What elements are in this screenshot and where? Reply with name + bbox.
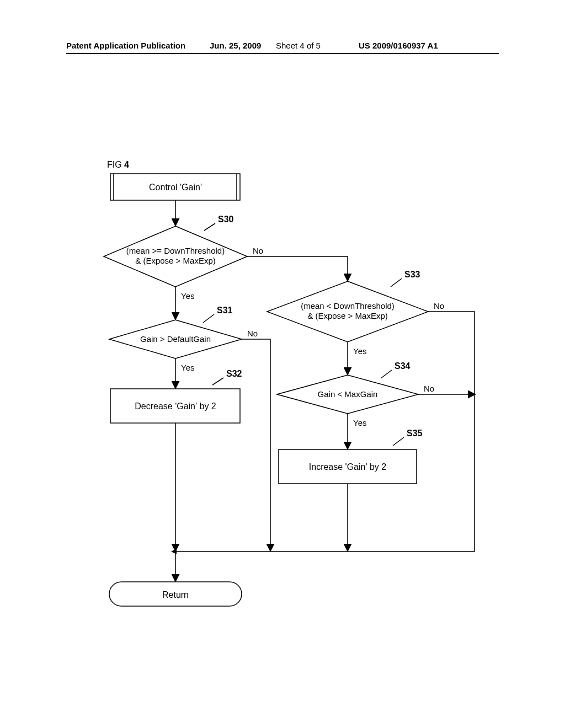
process-s35: Increase 'Gain' by 2 — [279, 449, 417, 484]
s31-no: No — [247, 329, 258, 338]
node-start: Control 'Gain' — [110, 174, 240, 200]
start-text: Control 'Gain' — [149, 183, 202, 192]
svg-line-5 — [204, 223, 215, 231]
s33-label: S33 — [404, 270, 420, 279]
decision-s33: (mean < DownThreshold) & (Expose > MaxEx… — [267, 281, 428, 342]
flowchart: Control 'Gain' (mean >= DownThreshold) &… — [99, 171, 486, 629]
s33-yes: Yes — [353, 346, 366, 356]
header-rule — [66, 53, 499, 54]
header-publication: Patent Application Publication — [66, 41, 185, 50]
s35-text: Increase 'Gain' by 2 — [309, 462, 387, 472]
s34-no: No — [424, 384, 434, 393]
s33-line1: (mean < DownThreshold) — [301, 301, 395, 311]
s32-text: Decrease 'Gain' by 2 — [135, 402, 216, 411]
s30-yes: Yes — [181, 291, 194, 301]
s31-label: S31 — [217, 306, 233, 315]
svg-line-8 — [203, 314, 214, 323]
s31-text: Gain > DefaultGain — [140, 334, 211, 344]
s30-line1: (mean >= DownThreshold) — [126, 246, 225, 255]
s34-yes: Yes — [353, 418, 366, 427]
page: Patent Application Publication Jun. 25, … — [0, 0, 565, 728]
decision-s34: Gain < MaxGain — [277, 375, 418, 414]
decision-s30: (mean >= DownThreshold) & (Expose > MaxE… — [104, 226, 247, 287]
s30-line2: & (Expose > MaxExp) — [135, 256, 215, 265]
s34-label: S34 — [395, 361, 411, 371]
svg-line-17 — [381, 370, 392, 378]
figure-label: FIG 4 — [107, 160, 129, 170]
s30-label: S30 — [218, 215, 234, 224]
s35-label: S35 — [407, 429, 423, 438]
s33-no: No — [434, 301, 444, 311]
decision-s31: Gain > DefaultGain — [109, 320, 242, 358]
s32-label: S32 — [226, 369, 242, 378]
header-date: Jun. 25, 2009 — [210, 41, 261, 50]
svg-line-11 — [212, 378, 223, 385]
header-sheet: Sheet 4 of 5 — [276, 41, 321, 50]
process-s32: Decrease 'Gain' by 2 — [110, 389, 240, 423]
figure-number: 4 — [124, 160, 129, 169]
s31-yes: Yes — [181, 363, 194, 372]
s33-line2: & (Expose > MaxExp) — [307, 311, 387, 320]
svg-line-21 — [393, 437, 404, 446]
terminator-return: Return — [109, 582, 242, 606]
s30-no: No — [253, 246, 263, 255]
svg-line-14 — [391, 279, 402, 287]
header-pubno: US 2009/0160937 A1 — [359, 41, 438, 50]
return-text: Return — [162, 590, 189, 599]
s34-text: Gain < MaxGain — [318, 389, 378, 399]
